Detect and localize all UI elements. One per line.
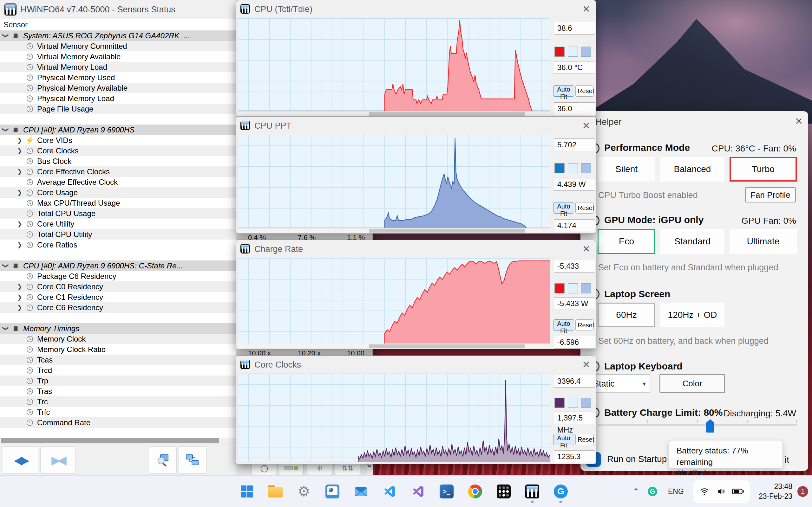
scrollbar-thumb[interactable]	[369, 112, 525, 116]
taskbar-icon-powershell[interactable]: >_	[439, 484, 454, 499]
chevron-collapsed-icon[interactable]: ❯	[14, 293, 25, 301]
reset-button[interactable]: Reset	[575, 320, 594, 331]
chevron-collapsed-icon[interactable]: ❯	[14, 189, 25, 196]
chevron-collapsed-icon[interactable]: ❯	[14, 304, 25, 311]
chevron-expanded-icon[interactable]: ❯	[2, 31, 9, 41]
slider-handle[interactable]	[706, 419, 714, 433]
hscrollbar-thumb[interactable]	[1, 438, 219, 443]
language-indicator[interactable]: ENG	[668, 487, 684, 496]
close-icon[interactable]: ✕	[582, 120, 590, 131]
chevron-down-icon: ▾	[643, 375, 646, 393]
notification-badge[interactable]: 1	[798, 486, 808, 497]
auto-fit-button[interactable]: Auto Fit	[553, 320, 574, 331]
reset-button[interactable]: Reset	[575, 85, 594, 97]
screen-60hz-button[interactable]: 60Hz	[598, 302, 655, 327]
sensor-search-button[interactable]	[149, 447, 177, 474]
remote-sensors-button[interactable]	[179, 447, 206, 474]
close-icon[interactable]: ✕	[795, 116, 803, 127]
background-color-swatch[interactable]	[568, 163, 578, 173]
background-color-swatch[interactable]	[568, 283, 578, 293]
taskbar-icon-remote-tool[interactable]	[496, 484, 511, 499]
taskbar-icon-hwinfo[interactable]	[525, 484, 540, 499]
sensor-label: Max CPU/Thread Usage	[37, 199, 120, 208]
tooltip-line1: Battery status: 77% remaining	[676, 445, 782, 468]
chevron-collapsed-icon[interactable]: ❯	[14, 241, 25, 248]
taskbar-icon-g-helper[interactable]: G	[554, 484, 568, 499]
gpu-mode-heading: GPU Mode: iGPU only	[604, 215, 704, 225]
auto-fit-button[interactable]: Auto Fit	[553, 434, 574, 445]
close-icon[interactable]: ✕	[582, 359, 590, 370]
tray-chevron-up-icon[interactable]: ⌃	[632, 487, 640, 497]
gpu-standard-button[interactable]: Standard	[660, 229, 724, 254]
reset-button[interactable]: Reset	[575, 434, 594, 445]
close-icon[interactable]: ✕	[582, 3, 590, 14]
series-color-swatch[interactable]	[554, 163, 565, 173]
chevron-collapsed-icon[interactable]: ❯	[14, 220, 25, 228]
chevron-collapsed-icon[interactable]: ❯	[14, 136, 25, 144]
expand-columns-button[interactable]: ◀▶	[3, 447, 38, 474]
graph-hscrollbar[interactable]	[238, 344, 550, 349]
grid-color-swatch[interactable]	[581, 163, 591, 173]
taskbar-icon-start[interactable]	[240, 484, 254, 499]
taskbar-icon-vscode[interactable]	[382, 484, 397, 499]
mode-balanced-button[interactable]: Balanced	[660, 157, 724, 181]
cpu-fan-info: CPU: 36°C - Fan: 0%	[712, 144, 796, 154]
graph-titlebar[interactable]: Core Clocks ✕	[236, 356, 596, 374]
taskbar-icon-mail[interactable]	[354, 484, 368, 499]
taskbar-icon-settings[interactable]: ⚙	[297, 484, 311, 499]
series-color-swatch[interactable]	[554, 283, 565, 293]
chevron-collapsed-icon[interactable]: ❯	[14, 168, 25, 175]
scrollbar-thumb[interactable]	[369, 344, 525, 348]
screen-120hz-button[interactable]: 120Hz + OD	[660, 302, 724, 327]
background-color-swatch[interactable]	[568, 47, 578, 57]
close-icon[interactable]: ✕	[582, 243, 590, 255]
chevron-expanded-icon[interactable]: ❯	[2, 124, 9, 135]
reset-button[interactable]: Reset	[575, 202, 594, 214]
charge-limit-slider[interactable]	[598, 424, 797, 426]
sensor-label: Core C1 Residency	[37, 293, 103, 302]
quit-button-fragment[interactable]: it	[785, 455, 789, 465]
grid-color-swatch[interactable]	[581, 283, 591, 293]
graph-hscrollbar[interactable]	[238, 228, 550, 233]
chevron-expanded-icon[interactable]: ❯	[2, 323, 9, 334]
auto-fit-button[interactable]: Auto Fit	[553, 85, 574, 97]
graph-hscrollbar[interactable]	[238, 111, 550, 116]
graph-min-value: 36.0	[554, 102, 595, 115]
graph-window-charge-rate: Charge Rate ✕ -5.433 -5.433 W Auto Fit R…	[236, 240, 596, 349]
grid-color-swatch[interactable]	[581, 398, 591, 408]
series-color-swatch[interactable]	[554, 47, 565, 57]
hwinfo-hscrollbar[interactable]	[0, 438, 236, 443]
fan-profile-button[interactable]: Fan Profile	[745, 187, 796, 203]
scrollbar-thumb[interactable]	[369, 229, 525, 233]
graph-current-value: 4.439 W	[554, 178, 595, 191]
sensor-label: Average Effective Clock	[37, 178, 118, 187]
chevron-expanded-icon[interactable]: ❯	[2, 261, 9, 271]
graph-titlebar[interactable]: CPU PPT ✕	[236, 117, 596, 135]
taskbar-icon-visual-studio[interactable]	[411, 484, 425, 499]
mode-silent-button[interactable]: Silent	[598, 157, 655, 181]
clock-gauge-icon	[25, 158, 35, 165]
taskbar-icon-chrome[interactable]	[468, 484, 483, 499]
collapse-columns-button[interactable]: ▶◀	[40, 447, 76, 474]
sensor-label: Core Utility	[37, 220, 74, 228]
graph-titlebar[interactable]: CPU (Tctl/Tdie) ✕	[236, 0, 596, 18]
auto-fit-button[interactable]: Auto Fit	[553, 202, 574, 214]
sensor-label: Physical Memory Load	[37, 94, 114, 103]
quick-settings[interactable]	[693, 480, 750, 503]
keyboard-color-button[interactable]: Color	[659, 374, 725, 393]
graph-titlebar[interactable]: Charge Rate ✕	[236, 240, 596, 258]
taskbar-icon-system-monitor[interactable]	[325, 484, 340, 499]
graph-current-value: 1,397.5 MHz	[554, 412, 595, 424]
chevron-collapsed-icon[interactable]: ❯	[14, 283, 25, 290]
background-color-swatch[interactable]	[568, 398, 578, 408]
grid-color-swatch[interactable]	[581, 47, 591, 57]
grammarly-tray-icon[interactable]: G	[648, 487, 657, 496]
mode-turbo-button[interactable]: Turbo	[729, 157, 797, 181]
gpu-ultimate-button[interactable]: Ultimate	[729, 229, 797, 254]
tray-clock[interactable]: 23:48 23-Feb-23	[759, 482, 792, 501]
clock-gauge-icon	[25, 53, 35, 60]
series-color-swatch[interactable]	[554, 398, 565, 408]
chevron-collapsed-icon[interactable]: ❯	[14, 147, 25, 154]
taskbar-icon-file-explorer[interactable]	[268, 484, 283, 499]
gpu-eco-button[interactable]: Eco	[598, 229, 655, 254]
